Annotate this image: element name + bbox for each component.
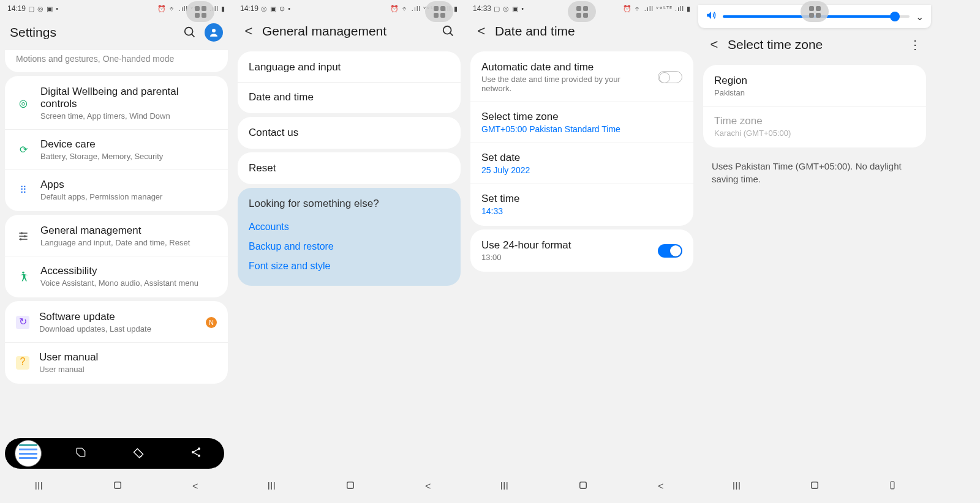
row-apps[interactable]: ⠿ AppsDefault apps, Permission manager bbox=[5, 170, 228, 210]
nav-bar: III < bbox=[0, 472, 233, 503]
notification-badge: N bbox=[206, 317, 217, 328]
nav-home[interactable] bbox=[345, 480, 356, 493]
app-header: < Select time zone ⋮ bbox=[698, 31, 931, 61]
row-language-input[interactable]: Language and input bbox=[238, 53, 461, 82]
toggle-24h[interactable] bbox=[658, 244, 682, 258]
nav-home[interactable] bbox=[578, 480, 589, 493]
nav-bar: III < bbox=[466, 472, 698, 503]
volume-icon bbox=[706, 10, 717, 23]
toggle-auto-date-time[interactable] bbox=[658, 71, 682, 83]
svg-point-4 bbox=[21, 232, 23, 234]
screenshot-thumbnail[interactable] bbox=[15, 440, 42, 467]
chevron-down-icon[interactable]: ⌄ bbox=[916, 11, 924, 23]
svg-point-14 bbox=[443, 26, 451, 34]
row-accessibility[interactable]: AccessibilityVoice Assistant, Mono audio… bbox=[5, 256, 228, 296]
back-button[interactable]: < bbox=[243, 23, 255, 39]
row-select-time-zone[interactable]: Select time zoneGMT+05:00 Pakistan Stand… bbox=[470, 102, 693, 143]
row-set-date[interactable]: Set date25 July 2022 bbox=[470, 143, 693, 184]
share-icon[interactable] bbox=[178, 446, 214, 461]
more-icon[interactable]: ⋮ bbox=[909, 37, 921, 52]
page-title: General management bbox=[262, 24, 386, 39]
gm-card: Contact us bbox=[238, 117, 461, 149]
row-date-time[interactable]: Date and time bbox=[238, 82, 461, 112]
floating-apps-pill[interactable] bbox=[568, 1, 596, 22]
row-title: Set time bbox=[481, 193, 682, 205]
row-title: Digital Wellbeing and parental controls bbox=[40, 86, 217, 110]
settings-card: General managementLanguage and input, Da… bbox=[5, 215, 228, 297]
screenshot-toolbar[interactable] bbox=[5, 438, 224, 469]
row-title: Date and time bbox=[249, 91, 450, 103]
nav-recents[interactable]: III bbox=[500, 481, 508, 492]
status-left-icons: ◎ ▣ ⊙ • bbox=[261, 5, 291, 13]
search-icon[interactable] bbox=[441, 24, 456, 39]
status-left-icons: ▢ ◎ ▣ • bbox=[28, 5, 59, 13]
floating-apps-pill[interactable] bbox=[186, 1, 214, 22]
row-subtitle: Voice Assistant, Mono audio, Assistant m… bbox=[40, 278, 217, 288]
svg-rect-18 bbox=[811, 482, 818, 489]
crop-icon[interactable] bbox=[62, 446, 99, 461]
floating-apps-pill[interactable] bbox=[801, 1, 829, 22]
nav-back[interactable]: < bbox=[425, 481, 431, 492]
dt-card: Automatic date and timeUse the date and … bbox=[470, 51, 693, 226]
row-device-care[interactable]: ⟳ Device careBattery, Storage, Memory, S… bbox=[5, 129, 228, 170]
grid-icon bbox=[434, 6, 445, 18]
status-left-icons: ▢ ◎ ▣ • bbox=[494, 5, 524, 13]
row-title: Software update bbox=[39, 311, 217, 323]
row-subtitle: Use the date and time provided by your n… bbox=[481, 75, 648, 93]
row-24h-format[interactable]: Use 24-hour format13:00 bbox=[470, 231, 693, 270]
info-title: Looking for something else? bbox=[249, 198, 450, 210]
row-title: Automatic date and time bbox=[481, 61, 648, 73]
apps-icon: ⠿ bbox=[16, 184, 31, 196]
row-region[interactable]: RegionPakistan bbox=[703, 66, 926, 106]
profile-avatar[interactable] bbox=[205, 23, 223, 42]
row-value: Karachi (GMT+05:00) bbox=[714, 129, 915, 138]
nav-home[interactable] bbox=[112, 480, 123, 493]
accessibility-icon bbox=[16, 270, 31, 283]
row-subtitle: Language and input, Date and time, Reset bbox=[40, 238, 217, 247]
svg-point-0 bbox=[185, 28, 193, 35]
sliders-icon bbox=[16, 230, 31, 242]
row-title: Contact us bbox=[249, 127, 450, 139]
row-user-manual[interactable]: ? User manualUser manual bbox=[5, 342, 228, 382]
page-title: Date and time bbox=[495, 24, 575, 39]
status-right-icons: ⏰ ᯤ .ıll ᵛᵒᴸᵀᴱ .ıll ▮ bbox=[623, 5, 691, 13]
tag-write-icon[interactable] bbox=[120, 446, 157, 461]
nav-recents[interactable]: III bbox=[35, 481, 43, 492]
gm-card: Reset bbox=[238, 152, 461, 184]
row-value: GMT+05:00 Pakistan Standard Time bbox=[481, 124, 682, 134]
status-clock: 14:33 bbox=[473, 4, 491, 13]
search-icon[interactable] bbox=[183, 25, 197, 40]
row-contact-us[interactable]: Contact us bbox=[238, 118, 461, 147]
row-general-management[interactable]: General managementLanguage and input, Da… bbox=[5, 216, 228, 256]
link-font-size-style[interactable]: Font size and style bbox=[249, 256, 450, 276]
row-title: Reset bbox=[249, 162, 450, 174]
row-title: User manual bbox=[39, 351, 217, 363]
row-title: Accessibility bbox=[40, 265, 217, 277]
row-set-time[interactable]: Set time14:33 bbox=[470, 184, 693, 225]
floating-apps-pill[interactable] bbox=[425, 1, 453, 22]
row-reset[interactable]: Reset bbox=[238, 154, 461, 183]
nav-recents[interactable]: III bbox=[733, 481, 741, 492]
nav-back[interactable] bbox=[888, 480, 897, 493]
page-title: Select time zone bbox=[728, 37, 823, 52]
manual-icon: ? bbox=[16, 356, 29, 370]
settings-card: ↻ Software updateDownload updates, Last … bbox=[5, 301, 228, 384]
back-button[interactable]: < bbox=[708, 37, 720, 53]
nav-home[interactable] bbox=[809, 480, 820, 493]
link-backup-restore[interactable]: Backup and restore bbox=[249, 237, 450, 256]
row-title: Time zone bbox=[714, 115, 915, 127]
nav-recents[interactable]: III bbox=[268, 481, 276, 492]
screen-settings: 14:19 ▢ ◎ ▣ • ⏰ ᯤ .ıll ᵛᵒᴸᵀᴱ .ıll ▮ Sett… bbox=[0, 0, 233, 503]
status-clock: 14:19 bbox=[240, 4, 258, 13]
back-button[interactable]: < bbox=[475, 23, 488, 39]
row-subtitle: Screen time, App timers, Wind Down bbox=[40, 111, 217, 121]
row-software-update[interactable]: ↻ Software updateDownload updates, Last … bbox=[5, 302, 228, 342]
row-subtitle: Download updates, Last update bbox=[39, 324, 217, 333]
nav-back[interactable]: < bbox=[658, 481, 663, 492]
row-digital-wellbeing[interactable]: ◎ Digital Wellbeing and parental control… bbox=[5, 77, 228, 129]
screen-general-management: 14:19 ◎ ▣ ⊙ • ⏰ ᯤ .ıll ᵛᵒᴸᵀᴱ .ıll ▮ < Ge… bbox=[233, 0, 466, 503]
nav-back[interactable]: < bbox=[192, 481, 198, 492]
row-auto-date-time[interactable]: Automatic date and timeUse the date and … bbox=[470, 53, 693, 102]
link-accounts[interactable]: Accounts bbox=[249, 217, 450, 237]
dt-card: Use 24-hour format13:00 bbox=[470, 229, 693, 272]
